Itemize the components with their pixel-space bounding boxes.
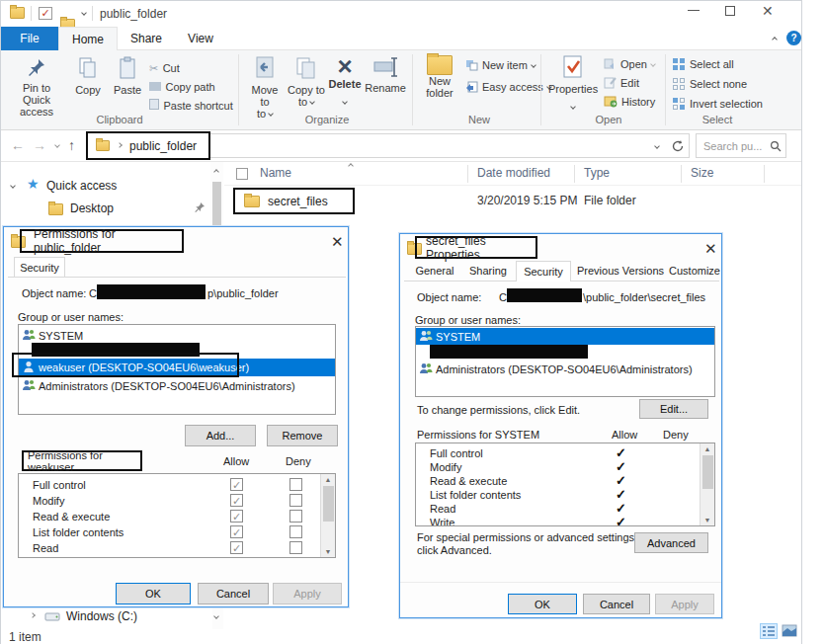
allow-checkbox-checked[interactable]: ✓ (230, 510, 243, 523)
minimize-button[interactable] (688, 10, 700, 11)
breadcrumb[interactable]: public_folder (129, 139, 197, 153)
details-view-button[interactable] (760, 623, 778, 639)
table-row[interactable]: secret_files 3/20/2019 5:15 PM File fold… (224, 188, 801, 215)
column-header-size[interactable]: Size (691, 166, 713, 180)
new-folder-button[interactable]: New folder (420, 55, 459, 99)
up-icon[interactable]: ↑ (68, 137, 75, 153)
allow-checkbox-clipped[interactable]: ✓ (230, 557, 243, 558)
icons-view-button[interactable] (782, 623, 799, 639)
address-path-annotation[interactable]: public_folder (86, 131, 210, 160)
invert-selection-button[interactable]: Invert selection (673, 98, 763, 110)
paste-button[interactable]: Paste (110, 56, 145, 96)
deny-checkbox[interactable] (289, 541, 302, 554)
edit-button[interactable]: Edit... (639, 399, 708, 419)
scroll-down-icon[interactable] (213, 613, 219, 619)
move-to-button[interactable]: Move to to (246, 56, 284, 120)
select-all-button[interactable]: Select all (673, 58, 734, 70)
scroll-down-icon[interactable]: ▼ (321, 547, 335, 556)
scrollbar-thumb[interactable] (212, 182, 221, 227)
tab-general[interactable]: General (409, 265, 460, 281)
copy-to-button[interactable]: Copy to to (288, 56, 325, 108)
close-icon[interactable]: ✕ (704, 240, 717, 258)
deny-checkbox[interactable] (289, 494, 302, 507)
tab-security-active[interactable]: Security (516, 261, 571, 282)
address-dropdown-icon[interactable] (654, 143, 660, 149)
help-icon[interactable]: ? (786, 31, 801, 45)
deny-checkbox[interactable] (289, 510, 302, 523)
scrollbar-thumb[interactable] (702, 455, 713, 489)
perm-scrollbar[interactable]: ▲ ▼ (320, 474, 335, 557)
scroll-up-icon[interactable] (213, 169, 219, 175)
tab-previous-versions[interactable]: Previous Versions (575, 265, 666, 281)
cut-button[interactable]: ✂ Cut (149, 58, 180, 76)
tab-sharing[interactable]: Sharing (462, 265, 514, 281)
new-item-button[interactable]: New item (465, 59, 536, 71)
allow-checkbox-checked[interactable]: ✓ (230, 494, 243, 507)
easy-access-button[interactable]: Easy access (465, 80, 551, 93)
sidebar-item-quick-access[interactable]: Quick access (46, 179, 117, 193)
tab-share[interactable]: Share (118, 27, 175, 50)
tab-file[interactable]: File (1, 27, 58, 50)
list-item-system[interactable]: SYSTEM (19, 327, 336, 344)
rename-button[interactable]: Rename (365, 56, 406, 94)
scroll-up-icon[interactable]: ▲ (700, 444, 714, 453)
list-item-administrators[interactable]: Administrators (DESKTOP-SO04EU6\Administ… (416, 361, 715, 377)
pin-to-quick-access-button[interactable]: Pin to Quick access (9, 56, 64, 118)
search-icon[interactable] (770, 140, 782, 152)
copy-path-button[interactable]: Copy path (149, 77, 215, 95)
back-icon[interactable]: ← (11, 137, 25, 153)
sidebar-item-desktop[interactable]: Desktop (70, 201, 114, 215)
close-button[interactable]: ✕ (762, 3, 774, 19)
users-listbox[interactable]: SYSTEM Administrators (DESKTOP-SO04EU6\A… (415, 326, 715, 397)
scrollbar-thumb[interactable] (323, 486, 334, 522)
paste-shortcut-button[interactable]: Paste shortcut (149, 96, 233, 114)
add-button[interactable]: Add... (185, 425, 256, 446)
tab-security[interactable]: Security (14, 257, 65, 277)
expand-icon[interactable] (30, 612, 36, 618)
deny-checkbox[interactable] (289, 525, 302, 538)
tab-view[interactable]: View (175, 27, 226, 50)
search-input[interactable]: Search pu... (696, 133, 786, 158)
collapse-ribbon-icon[interactable] (772, 37, 778, 42)
column-header-type[interactable]: Type (584, 166, 610, 180)
allow-checkbox-checked[interactable]: ✓ (230, 478, 243, 491)
maximize-button[interactable] (725, 6, 735, 16)
cancel-button[interactable]: Cancel (583, 594, 650, 614)
edit-button[interactable]: Edit (604, 76, 639, 89)
history-button[interactable]: History (604, 95, 655, 108)
refresh-icon[interactable] (671, 139, 685, 153)
tab-home[interactable]: Home (58, 27, 118, 50)
perm-scrollbar[interactable]: ▲ ▼ (700, 443, 714, 525)
sidebar-item-windows-c[interactable]: Windows (C:) (66, 609, 137, 623)
column-header-date[interactable]: Date modified (477, 166, 550, 180)
deny-checkbox-clipped[interactable] (289, 557, 302, 558)
apply-button[interactable]: Apply (273, 583, 342, 604)
tab-customize[interactable]: Customize (668, 265, 721, 281)
apply-button[interactable]: Apply (655, 594, 714, 614)
forward-icon[interactable]: → (33, 137, 46, 153)
file-name[interactable]: secret_files (268, 195, 328, 208)
select-checkbox[interactable] (236, 168, 248, 180)
list-item-weakuser-selected[interactable]: weakuser (DESKTOP-SO04EU6\weakuser) (19, 359, 336, 376)
remove-button[interactable]: Remove (267, 425, 338, 446)
cancel-button[interactable]: Cancel (198, 583, 269, 604)
deny-checkbox[interactable] (289, 478, 302, 491)
column-header-name[interactable]: Name (260, 166, 291, 180)
list-item-administrators[interactable]: Administrators (DESKTOP-SO04EU6\Administ… (19, 377, 336, 394)
properties-button[interactable]: Properties (548, 55, 598, 113)
ok-button[interactable]: OK (508, 594, 577, 614)
ok-button[interactable]: OK (116, 583, 191, 604)
qat-properties-icon[interactable]: ✓ (39, 7, 52, 20)
scroll-up-icon[interactable]: ▲ (321, 475, 335, 484)
users-listbox[interactable]: SYSTEM weakuser (DESKTOP-SO04EU6\weakuse… (18, 324, 336, 415)
close-icon[interactable]: ✕ (331, 233, 344, 251)
scroll-down-icon[interactable]: ▼ (700, 516, 714, 524)
allow-checkbox-checked[interactable]: ✓ (230, 541, 243, 554)
expand-icon[interactable] (10, 183, 16, 189)
allow-checkbox-checked[interactable]: ✓ (230, 525, 243, 538)
list-item-system-selected[interactable]: SYSTEM (416, 328, 715, 345)
advanced-button[interactable]: Advanced (634, 532, 708, 553)
history-dropdown-icon[interactable] (54, 142, 60, 148)
open-button[interactable]: Open (604, 57, 655, 70)
select-none-button[interactable]: Select none (673, 78, 747, 90)
